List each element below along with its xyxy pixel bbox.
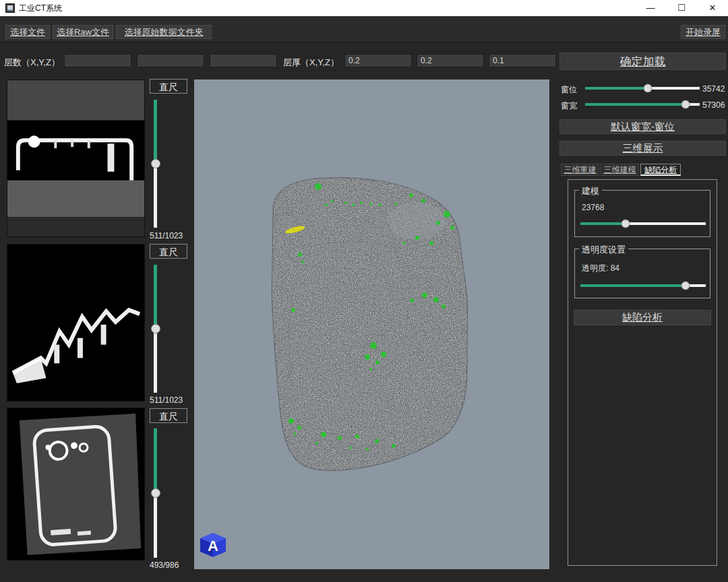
slider-fill: [580, 284, 686, 287]
tab-3d-reconstruction[interactable]: 三维重建: [561, 164, 599, 176]
slider-fill: [154, 265, 157, 329]
layers-label: 层数（X,Y,Z）: [4, 57, 60, 69]
transparency-group-title: 透明度设置: [579, 244, 628, 256]
ct-slice-image-2: [7, 245, 144, 401]
tab-3d-modeling[interactable]: 三维建模: [601, 164, 639, 176]
viewer-logo: A: [200, 531, 226, 557]
close-button[interactable]: ✕: [697, 0, 728, 16]
layers-y-input[interactable]: [137, 54, 204, 67]
slider-handle[interactable]: [151, 159, 160, 168]
thickness-x-input[interactable]: [344, 54, 412, 67]
thickness-label: 层厚（X,Y,Z）: [283, 57, 339, 69]
confirm-load-button[interactable]: 确定加载: [559, 53, 726, 70]
ct-slice-view-3: [7, 408, 145, 560]
slider-fill: [580, 222, 626, 225]
ruler-label-1: 直尺: [150, 79, 187, 94]
slider-fill: [585, 103, 686, 106]
slider-handle[interactable]: [681, 100, 690, 109]
modeling-slider[interactable]: [580, 219, 706, 228]
app-window: { "window": { "title": "工业CT系统", "contro…: [0, 0, 728, 582]
ct-3d-render: [194, 79, 549, 569]
select-raw-folder-button[interactable]: 选择原始数据文件夹: [116, 25, 212, 39]
select-raw-file-button[interactable]: 选择Raw文件: [53, 25, 113, 39]
transparency-slider[interactable]: [580, 281, 706, 290]
modeling-group: 建模 23768: [574, 190, 710, 237]
window-width-label: 窗宽: [561, 100, 577, 112]
select-file-button[interactable]: 选择文件: [5, 25, 50, 39]
window-title: 工业CT系统: [19, 0, 62, 16]
app-icon: [5, 3, 15, 13]
window-width-slider[interactable]: [585, 100, 700, 109]
defect-analysis-button[interactable]: 缺陷分析: [574, 310, 711, 325]
start-recording-button[interactable]: 开始录屏: [681, 25, 725, 39]
ct-slice-image-1: [7, 80, 144, 236]
transparency-group: 透明度设置 透明度: 84: [574, 249, 710, 298]
slider-handle[interactable]: [643, 84, 652, 93]
ruler-label-2: 直尺: [150, 244, 187, 259]
ruler-text-3: 直尺: [159, 411, 178, 422]
slider-handle[interactable]: [621, 220, 630, 228]
window-level-slider[interactable]: [585, 84, 700, 93]
window-level-label: 窗位: [561, 84, 577, 96]
thickness-z-input[interactable]: [489, 54, 556, 67]
slider-handle[interactable]: [151, 324, 160, 333]
slider-handle[interactable]: [681, 282, 690, 290]
toolbar: 选择文件 选择Raw文件 选择原始数据文件夹 开始录屏: [0, 16, 728, 42]
slice-slider-3[interactable]: [151, 428, 160, 558]
slider-fill: [154, 100, 157, 164]
window-level-value: 35742: [702, 84, 725, 94]
ct-slice-image-3: [7, 408, 144, 560]
window-controls: — ☐ ✕: [635, 0, 728, 16]
slice-slider-1[interactable]: [151, 100, 160, 228]
ruler-text-2: 直尺: [159, 247, 178, 257]
thickness-y-input[interactable]: [417, 54, 484, 67]
viewport-3d[interactable]: A: [194, 79, 549, 569]
titlebar: 工业CT系统 — ☐ ✕: [0, 0, 728, 16]
slice-position-1: 511/1023: [150, 231, 183, 240]
window-width-value: 57306: [702, 100, 725, 110]
maximize-button[interactable]: ☐: [666, 0, 697, 16]
transparency-value: 透明度: 84: [582, 263, 619, 274]
ct-slice-view-1: [7, 79, 145, 237]
slice-slider-2[interactable]: [151, 265, 160, 393]
slider-fill: [154, 428, 157, 493]
modeling-value: 23768: [582, 203, 604, 212]
ruler-label-3: 直尺: [150, 408, 187, 423]
slice-position-3: 493/986: [150, 560, 179, 570]
default-window-button[interactable]: 默认窗宽-窗位: [559, 119, 726, 134]
modeling-group-title: 建模: [579, 185, 602, 197]
minimize-button[interactable]: —: [635, 0, 666, 16]
layers-z-input[interactable]: [210, 54, 277, 67]
tab-defect-analysis[interactable]: 缺陷分析: [640, 164, 681, 176]
display-3d-button[interactable]: 三维展示: [559, 141, 726, 156]
ruler-text-1: 直尺: [159, 82, 178, 92]
defect-analysis-panel: 建模 23768 透明度设置 透明度: 84 缺陷分析: [568, 179, 717, 566]
logo-letter: A: [200, 536, 226, 557]
slice-position-2: 511/1023: [150, 395, 183, 405]
slider-handle[interactable]: [151, 488, 160, 498]
slider-fill: [585, 87, 648, 90]
layers-x-input[interactable]: [64, 54, 131, 67]
ct-slice-view-2: [7, 244, 145, 401]
